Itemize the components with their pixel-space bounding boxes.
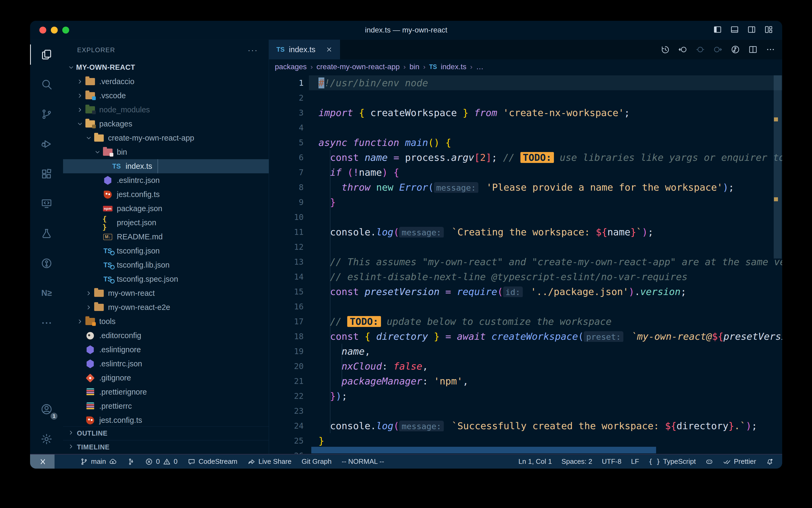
- code-token: (: [347, 167, 353, 178]
- activity-item-remote-explorer[interactable]: [30, 189, 63, 219]
- status-copilot[interactable]: [705, 455, 713, 469]
- tree-item-label: project.json: [117, 218, 156, 227]
- status-remote-indicator[interactable]: [30, 455, 54, 469]
- breadcrumb[interactable]: packages›create-my-own-react-app›bin›TSi…: [269, 59, 782, 74]
- activity-item-source-control[interactable]: [30, 99, 63, 129]
- status-eol[interactable]: LF: [631, 455, 639, 469]
- inlay-hint: message:: [399, 227, 443, 238]
- breadcrumb-separator: ›: [311, 63, 313, 71]
- timeline-section[interactable]: TIMELINE: [63, 440, 269, 454]
- breadcrumb-item[interactable]: …: [476, 62, 484, 71]
- split-editor-icon[interactable]: [748, 45, 758, 54]
- activity-item-run-debug[interactable]: [30, 129, 63, 159]
- activity-item-settings[interactable]: [30, 424, 63, 454]
- code-editor[interactable]: 1#!/usr/bin/env node23import { createWor…: [269, 74, 782, 454]
- tree-item-readme-md[interactable]: M↓README.md: [63, 230, 269, 244]
- breadcrumb-item[interactable]: packages: [275, 62, 307, 71]
- tree-item-bin[interactable]: bin: [63, 145, 269, 159]
- tree-item--eslintrc-json[interactable]: .eslintrc.json: [63, 173, 269, 187]
- toggle-panel-icon[interactable]: [730, 25, 739, 35]
- tree-item-create-my-own-react-app[interactable]: create-my-own-react-app: [63, 131, 269, 145]
- activity-item-nx-console[interactable]: N≥: [30, 278, 63, 308]
- more-actions-icon[interactable]: [766, 45, 775, 54]
- jest-icon: [85, 415, 96, 425]
- outline-section[interactable]: OUTLINE: [63, 426, 269, 440]
- activity-item-testing[interactable]: [30, 219, 63, 248]
- nav-point-icon[interactable]: [696, 45, 705, 54]
- status-pad: [63, 455, 70, 469]
- tree-item-project-json[interactable]: { }project.json: [63, 216, 269, 230]
- status-live-share[interactable]: Live Share: [247, 455, 291, 469]
- tree-item--vscode[interactable]: .vscode: [63, 89, 269, 103]
- tree-item-jest-config-ts[interactable]: jest.config.ts: [63, 413, 269, 426]
- comment-icon: [188, 458, 196, 466]
- tree-item-my-own-react[interactable]: my-own-react: [63, 286, 269, 300]
- tree-item-package-json[interactable]: npmpackage.json: [63, 202, 269, 216]
- tree-item-jest-config-ts[interactable]: jest.config.ts: [63, 187, 269, 202]
- toggle-secondary-sidebar-icon[interactable]: [747, 25, 756, 35]
- tree-item-index-ts[interactable]: TSindex.ts: [63, 159, 269, 173]
- tree-item-tsconfig-lib-json[interactable]: TStsconfig.lib.json: [63, 258, 269, 272]
- status-notifications[interactable]: [766, 455, 774, 469]
- status-indentation[interactable]: Spaces: 2: [561, 455, 592, 469]
- status-problems[interactable]: 00: [145, 455, 178, 469]
- code-line: 9 }: [269, 195, 782, 210]
- status-vim-mode[interactable]: -- NORMAL --: [342, 455, 384, 469]
- gitlens-icon: [40, 257, 53, 269]
- title-bar[interactable]: index.ts — my-own-react: [30, 21, 782, 39]
- status-encoding[interactable]: UTF-8: [602, 455, 622, 469]
- line-content: nxCloud: false,: [309, 361, 782, 372]
- code-token: throw: [342, 182, 376, 193]
- tree-item--eslintignore[interactable]: .eslintignore: [63, 343, 269, 357]
- code-token: [319, 286, 330, 297]
- status-git-branch[interactable]: main: [80, 455, 117, 469]
- tree-item--editorconfig[interactable]: .editorconfig: [63, 329, 269, 343]
- close-tab-icon[interactable]: [326, 46, 333, 53]
- open-changes-icon[interactable]: [730, 45, 740, 54]
- code-token: name: [359, 167, 382, 178]
- tree-item-my-own-react-e2e[interactable]: my-own-react-e2e: [63, 300, 269, 314]
- tree-item-packages[interactable]: packages: [63, 117, 269, 131]
- breadcrumb-item[interactable]: index.ts: [441, 62, 466, 71]
- tree-item--verdaccio[interactable]: .verdaccio: [63, 75, 269, 89]
- timeline-history-icon[interactable]: [660, 45, 670, 54]
- tree-item--gitignore[interactable]: .gitignore: [63, 371, 269, 385]
- nav-back-icon[interactable]: [678, 45, 687, 54]
- status-git-graph-indicator[interactable]: [127, 455, 135, 469]
- status-language-mode[interactable]: { }TypeScript: [649, 455, 696, 469]
- tree-root[interactable]: MY-OWN-REACT: [63, 60, 269, 75]
- activity-item-gitlens[interactable]: [30, 248, 63, 278]
- tab-index-ts[interactable]: TSindex.ts: [269, 40, 340, 59]
- activity-item-extensions[interactable]: [30, 159, 63, 189]
- status-cursor-position[interactable]: Ln 1, Col 1: [519, 455, 552, 469]
- toggle-primary-sidebar-icon[interactable]: [713, 25, 722, 35]
- code-token: ;: [752, 420, 758, 431]
- tree-item--eslintrc-json[interactable]: .eslintrc.json: [63, 357, 269, 371]
- code-token: //: [330, 316, 347, 327]
- breadcrumb-item[interactable]: create-my-own-react-app: [317, 62, 400, 71]
- folder-open-icon: [94, 133, 104, 143]
- tree-item-tools[interactable]: tools: [63, 314, 269, 329]
- activity-item-more-views[interactable]: [30, 308, 63, 338]
- tree-item-node-modules[interactable]: node_modules: [63, 103, 269, 117]
- code-token: (: [578, 331, 584, 342]
- activity-item-search[interactable]: [30, 70, 63, 99]
- activity-item-accounts[interactable]: 1: [30, 394, 63, 424]
- markdown-icon: M↓: [102, 232, 113, 242]
- code-token: ${: [712, 331, 723, 342]
- customize-layout-icon[interactable]: [764, 25, 773, 35]
- tree-item-tsconfig-spec-json[interactable]: TStsconfig.spec.json: [63, 272, 269, 286]
- tree-item-tsconfig-json[interactable]: TStsconfig.json: [63, 244, 269, 258]
- line-content: if (!name) {: [309, 167, 782, 178]
- status-codestream[interactable]: CodeStream: [188, 455, 237, 469]
- views-and-more-actions-icon[interactable]: ···: [248, 46, 258, 54]
- vertical-scrollbar[interactable]: [774, 75, 782, 258]
- breadcrumb-item[interactable]: bin: [410, 62, 419, 71]
- tree-item--prettierrc[interactable]: .prettierrc: [63, 399, 269, 413]
- status-git-graph[interactable]: Git Graph: [302, 455, 332, 469]
- horizontal-scrollbar[interactable]: [311, 447, 656, 454]
- activity-item-explorer[interactable]: [30, 40, 63, 70]
- nav-forward-icon[interactable]: [713, 45, 723, 54]
- status-prettier[interactable]: Prettier: [723, 455, 756, 469]
- tree-item--prettierignore[interactable]: .prettierignore: [63, 385, 269, 399]
